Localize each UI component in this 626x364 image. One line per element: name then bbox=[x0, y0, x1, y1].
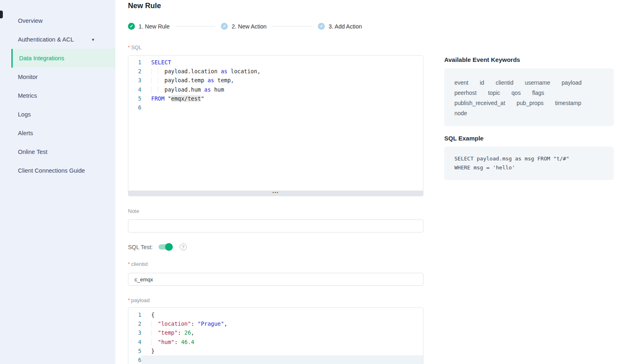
sql-test-toggle[interactable] bbox=[159, 244, 172, 250]
code-token: emqx/test bbox=[171, 95, 201, 102]
sidebar-nav: OverviewAuthentication & ACL▾Data Integr… bbox=[0, 0, 115, 180]
sql-example-line: WHERE msg = 'hello' bbox=[454, 163, 604, 172]
required-marker: * bbox=[128, 298, 130, 303]
code-token: "Prague" bbox=[198, 320, 224, 327]
sql-example-panel: SELECT payload.msg as msg FROM "t/#"WHER… bbox=[444, 147, 614, 180]
help-icon[interactable]: ? bbox=[180, 243, 187, 250]
code-token: as bbox=[207, 77, 214, 83]
sidebar-item-data-integrations[interactable]: Data Integrations bbox=[11, 49, 115, 68]
required-marker: * bbox=[128, 45, 130, 50]
code-line: payload.hum as hum bbox=[141, 85, 423, 94]
sidebar-item-label: Monitor bbox=[18, 74, 37, 80]
code-token: SELECT bbox=[151, 59, 171, 66]
code-token: as bbox=[221, 68, 227, 75]
code-token bbox=[151, 339, 158, 345]
code-token: location, bbox=[227, 68, 260, 75]
required-marker: * bbox=[128, 261, 130, 267]
code-row: 6 bbox=[128, 103, 423, 112]
event-keywords-title: Available Event Keywords bbox=[444, 56, 520, 63]
line-number: 2 bbox=[128, 319, 141, 328]
code-token: , bbox=[224, 320, 227, 327]
code-token: 46.4 bbox=[181, 339, 194, 345]
code-line: SELECT bbox=[141, 58, 423, 67]
check-circle-icon: ✓ bbox=[318, 23, 325, 30]
code-token: hum bbox=[211, 86, 224, 93]
code-token: 26 bbox=[184, 329, 191, 336]
sql-example-title: SQL Example bbox=[444, 135, 483, 142]
line-number: 6 bbox=[128, 355, 141, 364]
code-token: temp, bbox=[214, 77, 234, 83]
sidebar-item-online-test[interactable]: Online Test bbox=[0, 143, 115, 161]
sidebar-item-logs[interactable]: Logs bbox=[0, 105, 115, 124]
line-number: 3 bbox=[128, 328, 141, 337]
code-token: "temp" bbox=[158, 329, 178, 336]
step-connector bbox=[272, 26, 312, 26]
sidebar-item-monitor[interactable]: Monitor bbox=[0, 68, 115, 86]
clientid-input[interactable] bbox=[128, 273, 423, 286]
page: OverviewAuthentication & ACL▾Data Integr… bbox=[0, 0, 626, 364]
code-token: : bbox=[178, 329, 184, 336]
step-label: 1. New Rule bbox=[139, 23, 170, 30]
code-row: 5} bbox=[128, 346, 423, 355]
code-token: payload.hum bbox=[165, 86, 205, 93]
event-keyword: peerhost bbox=[454, 88, 476, 98]
line-number: 6 bbox=[128, 103, 141, 112]
sidebar-item-alerts[interactable]: Alerts bbox=[0, 124, 115, 143]
line-number: 3 bbox=[128, 76, 141, 85]
payload-editor[interactable]: 1{2 "location": "Prague",3 "temp": 26,4 … bbox=[128, 307, 423, 364]
code-token: " bbox=[201, 95, 204, 102]
sidebar-item-client-connections-guide[interactable]: Client Connections Guide bbox=[0, 161, 115, 180]
payload-field-label: *payload bbox=[128, 297, 150, 303]
code-token: FROM bbox=[151, 95, 165, 102]
code-token: } bbox=[151, 348, 154, 354]
event-keyword: id bbox=[480, 78, 484, 88]
note-input[interactable] bbox=[128, 219, 423, 232]
code-row: 2 "location": "Prague", bbox=[128, 319, 423, 328]
sidebar-item-label: Online Test bbox=[18, 149, 47, 155]
line-number: 4 bbox=[128, 85, 141, 94]
chevron-down-icon: ▾ bbox=[92, 37, 94, 42]
stepper-step-3[interactable]: ✓3. Add Action bbox=[318, 23, 362, 30]
code-token: payload.temp bbox=[165, 77, 208, 83]
code-line: { bbox=[141, 310, 423, 319]
sql-editor[interactable]: 1SELECT2 payload.location as location,3 … bbox=[128, 55, 423, 196]
code-line: "hum": 46.4 bbox=[141, 338, 423, 346]
line-number: 1 bbox=[128, 58, 141, 67]
event-keyword: node bbox=[454, 108, 467, 118]
sql-editor-body: 1SELECT2 payload.location as location,3 … bbox=[128, 56, 423, 191]
code-line bbox=[141, 103, 423, 112]
event-keywords-panel: eventidclientidusernamepayloadpeerhostto… bbox=[444, 68, 614, 126]
sidebar-item-overview[interactable]: Overview bbox=[0, 11, 115, 30]
code-token bbox=[151, 77, 165, 83]
event-keyword: payload bbox=[562, 78, 582, 88]
sidebar-item-authentication-acl[interactable]: Authentication & ACL▾ bbox=[0, 30, 115, 49]
step-connector bbox=[175, 26, 215, 26]
code-token bbox=[151, 86, 165, 93]
code-row: 3 payload.temp as temp, bbox=[128, 76, 423, 85]
event-keyword: clientid bbox=[496, 78, 514, 88]
event-keyword: topic bbox=[488, 88, 500, 98]
code-token: payload.location bbox=[165, 68, 221, 75]
stepper-step-1[interactable]: ✓1. New Rule bbox=[128, 23, 170, 30]
sql-field-label: *SQL bbox=[128, 44, 142, 50]
event-keyword: pub_props bbox=[517, 98, 544, 108]
clientid-field-label: *clientid bbox=[128, 261, 148, 267]
step-label: 3. Add Action bbox=[328, 23, 362, 30]
sidebar-item-label: Alerts bbox=[18, 130, 33, 136]
sql-editor-resize-handle[interactable]: ••• bbox=[128, 191, 423, 196]
sql-test-label: SQL Test: bbox=[128, 244, 153, 250]
code-token: : bbox=[191, 320, 198, 327]
sidebar-item-label: Metrics bbox=[18, 92, 37, 99]
code-token: "location" bbox=[158, 320, 191, 327]
stepper-step-2[interactable]: ✓2. New Action bbox=[221, 23, 267, 30]
code-row: 1{ bbox=[128, 310, 423, 319]
code-token: " bbox=[165, 95, 171, 102]
sidebar-item-metrics[interactable]: Metrics bbox=[0, 86, 115, 105]
event-keyword: timestamp bbox=[555, 98, 582, 108]
event-keyword: flags bbox=[532, 88, 544, 98]
code-token bbox=[151, 329, 158, 336]
line-number: 5 bbox=[128, 346, 141, 355]
line-number: 4 bbox=[128, 338, 141, 346]
sidebar-item-label: Data Integrations bbox=[19, 55, 64, 61]
line-number: 1 bbox=[128, 310, 141, 319]
